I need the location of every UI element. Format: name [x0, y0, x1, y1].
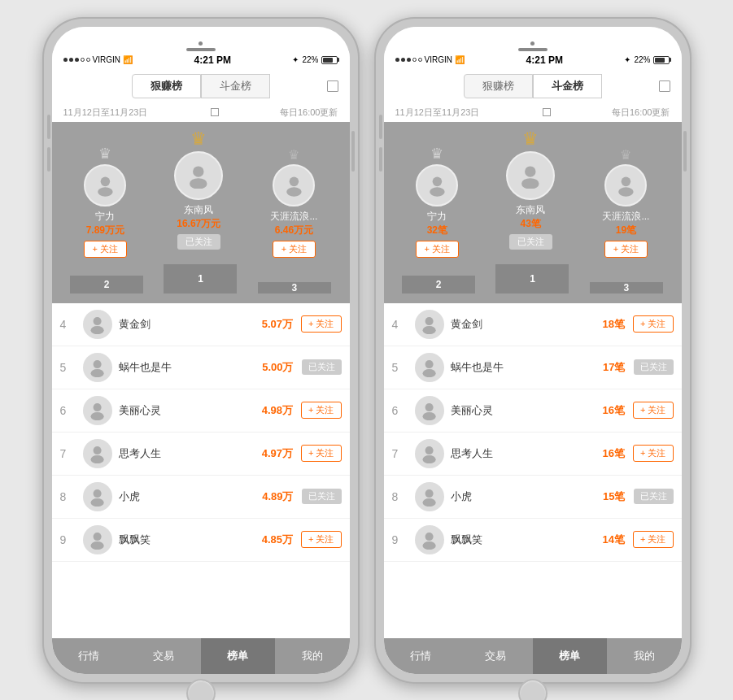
follow-btn-3rd-1[interactable]: + 关注	[273, 241, 316, 258]
bluetooth-icon: ✦	[292, 55, 299, 64]
list-rank: 4	[60, 318, 76, 331]
crown-2nd-1: ♛	[98, 145, 111, 163]
list-value: 17笔	[585, 360, 626, 375]
wifi-icon: 📶	[123, 55, 133, 64]
signal-dot-2-5	[418, 58, 422, 62]
tab-doujin-1[interactable]: 斗金榜	[201, 74, 270, 98]
signal-dot-4	[81, 58, 85, 62]
svg-point-16	[93, 533, 101, 541]
list-value: 14笔	[584, 533, 625, 547]
list-rank: 6	[60, 404, 76, 417]
svg-point-23	[618, 187, 633, 197]
svg-point-22	[622, 177, 631, 187]
follow-btn-1st-2[interactable]: 已关注	[509, 234, 552, 250]
volume-down-btn[interactable]	[47, 147, 50, 172]
list-follow-btn[interactable]: + 关注	[301, 531, 341, 548]
nav-item-交易[interactable]: 交易	[458, 638, 533, 674]
value-3rd-1: 6.46万元	[275, 224, 313, 237]
list-name: 飘飘笑	[451, 533, 585, 547]
date-range-2: 11月12日至11月23日	[395, 107, 480, 119]
list-follow-btn[interactable]: + 关注	[633, 402, 673, 419]
volume-up-btn[interactable]	[47, 115, 50, 139]
battery-tip-1	[338, 58, 339, 62]
date-row-2: 11月12日至11月23日 每日16:00更新	[384, 103, 682, 122]
svg-point-34	[425, 533, 433, 541]
tab-huanzhang-1[interactable]: 狠赚榜	[132, 74, 201, 98]
list-rank: 4	[392, 318, 408, 331]
svg-point-12	[93, 446, 101, 454]
battery-tip-2	[670, 58, 671, 62]
list-name: 思考人生	[451, 446, 585, 461]
tab-huanzhang-2[interactable]: 狠赚榜	[464, 74, 533, 98]
svg-point-0	[101, 177, 111, 187]
volume-up-btn-2[interactable]	[379, 115, 382, 139]
home-button-2[interactable]	[518, 679, 548, 701]
svg-point-1	[98, 187, 112, 197]
phone-screen-1: VIRGIN 📶 4:21 PM ✦ 22% 狠赚榜 斗金榜	[52, 27, 350, 674]
share-icon-2[interactable]	[659, 80, 670, 92]
signal-dot-2	[69, 58, 73, 62]
svg-point-10	[93, 403, 101, 411]
power-btn[interactable]	[351, 131, 355, 172]
list-follow-btn[interactable]: 已关注	[634, 489, 674, 504]
list-follow-btn[interactable]: 已关注	[302, 489, 342, 504]
list-avatar	[83, 396, 112, 425]
list-follow-btn[interactable]: + 关注	[301, 402, 341, 419]
tab-doujin-2[interactable]: 斗金榜	[533, 74, 602, 98]
follow-btn-3rd-2[interactable]: + 关注	[604, 241, 648, 258]
home-button-1[interactable]	[186, 679, 216, 701]
share-icon-1[interactable]	[327, 80, 338, 92]
crown-1st-2: ♛	[522, 128, 539, 150]
nav-item-榜单[interactable]: 榜单	[533, 638, 608, 674]
list-avatar	[415, 396, 444, 425]
avatar-2nd-2	[416, 164, 458, 207]
list-item-3: 7 思考人生 16笔 + 关注	[384, 433, 682, 476]
svg-point-29	[422, 412, 435, 420]
nav-item-行情[interactable]: 行情	[384, 638, 459, 674]
list-avatar	[83, 482, 112, 511]
svg-point-20	[526, 166, 536, 176]
nav-item-交易[interactable]: 交易	[126, 638, 201, 674]
nav-item-我的[interactable]: 我的	[275, 638, 350, 674]
list-avatar	[83, 310, 112, 339]
carrier-info-2: VIRGIN 📶	[395, 55, 465, 64]
nav-item-行情[interactable]: 行情	[52, 638, 127, 674]
list-value: 16笔	[584, 403, 625, 418]
list-follow-btn[interactable]: + 关注	[633, 445, 673, 462]
list-rank: 6	[392, 404, 408, 417]
home-btn-area-1	[52, 674, 350, 701]
status-bar-2: VIRGIN 📶 4:21 PM ✦ 22%	[384, 51, 682, 69]
list-follow-btn[interactable]: + 关注	[301, 445, 341, 462]
follow-btn-1st-1[interactable]: 已关注	[177, 234, 220, 250]
svg-point-25	[422, 326, 435, 334]
power-btn-2[interactable]	[683, 131, 687, 172]
list-follow-btn[interactable]: + 关注	[633, 531, 673, 548]
list-item-5: 9 飘飘笑 4.85万 + 关注	[52, 519, 350, 562]
list-item-2: 6 美丽心灵 4.98万 + 关注	[52, 389, 350, 433]
list-item-1: 5 蜗牛也是牛 17笔 已关注	[384, 346, 682, 389]
follow-btn-2nd-1[interactable]: + 关注	[84, 241, 127, 258]
carrier-name: VIRGIN	[93, 55, 120, 64]
follow-btn-2nd-2[interactable]: + 关注	[416, 241, 459, 258]
list-rank: 7	[60, 447, 76, 460]
list-name: 美丽心灵	[119, 403, 253, 418]
list-value: 4.89万	[253, 489, 294, 504]
volume-down-btn-2[interactable]	[379, 147, 382, 172]
list-name: 黄金剑	[119, 317, 253, 332]
avatar-2nd-1	[84, 164, 126, 207]
battery-fill-1	[323, 58, 332, 63]
svg-point-14	[93, 489, 101, 498]
nav-item-我的[interactable]: 我的	[607, 638, 682, 674]
list-name: 黄金剑	[451, 317, 585, 332]
list-follow-btn[interactable]: + 关注	[633, 315, 673, 333]
podium-1st-1: ♛ 东南风 16.67万元 已关注	[174, 128, 223, 250]
list-follow-btn[interactable]: + 关注	[301, 315, 341, 333]
value-2nd-2: 32笔	[427, 224, 447, 237]
list-follow-btn[interactable]: 已关注	[634, 359, 674, 375]
date-range-1: 11月12日至11月23日	[63, 107, 148, 119]
battery-percent-1: 22%	[302, 55, 318, 64]
signal-dot-1	[63, 58, 68, 62]
list-name: 美丽心灵	[451, 403, 585, 418]
nav-item-榜单[interactable]: 榜单	[201, 638, 276, 674]
list-follow-btn[interactable]: 已关注	[302, 359, 342, 375]
